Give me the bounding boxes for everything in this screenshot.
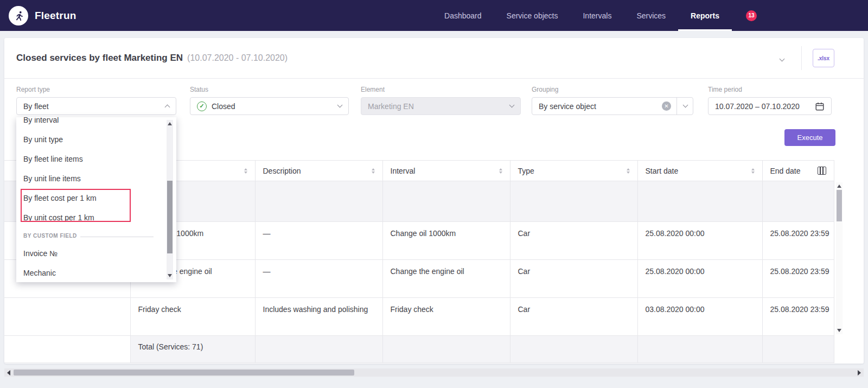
nav-item-services[interactable]: Services	[624, 0, 678, 31]
report-type-select[interactable]: By fleet	[16, 97, 176, 115]
status-value: Closed	[212, 102, 338, 111]
dropdown-item-by-fleet-line-items[interactable]: By fleet line items	[16, 149, 176, 169]
cell-end: 25.08.2020 23:59	[762, 222, 834, 260]
cell-description: Includes washing and polishing	[255, 298, 382, 336]
grouping-select[interactable]: By service object ✕	[532, 97, 693, 115]
col-type: Type	[510, 161, 637, 181]
element-label: Element	[361, 86, 521, 93]
control-divider	[676, 98, 677, 115]
cell-type: Car	[510, 222, 637, 260]
nav-item-reports[interactable]: Reports	[678, 0, 732, 31]
page-title: Closed services by fleet Marketing EN	[16, 53, 183, 63]
dropdown-item-by-unit-type[interactable]: By unit type	[16, 130, 176, 149]
time-period-value: 10.07.2020 – 07.10.2020	[715, 102, 815, 111]
cell-name: Friday check	[130, 298, 255, 336]
vertical-scroll-thumb[interactable]	[837, 190, 842, 221]
cell-description: —	[255, 260, 382, 298]
calendar-icon[interactable]	[815, 101, 825, 111]
scroll-up-icon[interactable]	[837, 185, 841, 188]
cell-end: 25.08.2020 23:59	[762, 260, 834, 298]
chevron-down-icon	[509, 103, 515, 108]
cell-description: —	[255, 222, 382, 260]
dropdown-item-by-fleet-cost-per-km[interactable]: By fleet cost per 1 km	[16, 188, 176, 208]
chevron-down-icon	[337, 103, 343, 108]
total-label: Total (Services: 71)	[130, 336, 255, 363]
filter-time-period: Time period 10.07.2020 – 07.10.2020	[708, 86, 832, 115]
header-divider	[801, 46, 802, 70]
cell-start: 25.08.2020 00:00	[637, 260, 762, 298]
horizontal-scrollbar[interactable]	[4, 368, 864, 377]
cell-end: 25.08.2020 23:59	[762, 298, 834, 336]
status-closed-icon: ✓	[197, 101, 207, 111]
sort-icon[interactable]	[372, 168, 375, 174]
brand[interactable]: Fleetrun	[0, 6, 76, 26]
chevron-up-icon	[165, 105, 170, 110]
table-total-row: Total (Services: 71)	[4, 336, 834, 363]
fleetrun-logo-icon	[9, 6, 28, 26]
time-period-input[interactable]: 10.07.2020 – 07.10.2020	[708, 97, 832, 115]
col-interval: Interval	[382, 161, 510, 181]
horizontal-scroll-thumb[interactable]	[14, 370, 354, 376]
filter-element: Element Marketing EN	[361, 86, 521, 115]
dropdown-scrollbar[interactable]	[167, 120, 173, 279]
element-select: Marketing EN	[361, 97, 521, 115]
table-row[interactable]: Friday check Includes washing and polish…	[4, 298, 834, 336]
clear-grouping-icon[interactable]: ✕	[662, 101, 671, 111]
col-description: Description	[255, 161, 382, 181]
dropdown-item-by-unit-cost-per-km[interactable]: By unit cost per 1 km	[16, 208, 176, 227]
collapse-chevron-icon[interactable]	[777, 50, 787, 66]
report-header: Closed services by fleet Marketing EN (1…	[4, 38, 864, 79]
chevron-down-icon	[683, 103, 688, 108]
scroll-left-icon[interactable]	[7, 370, 10, 376]
notification-badge[interactable]: 13	[746, 10, 757, 21]
cell-interval: Change oil 1000km	[382, 222, 510, 260]
dropdown-item-by-interval[interactable]: By interval	[16, 117, 176, 130]
sort-icon[interactable]	[244, 168, 247, 174]
cell-interval: Friday check	[382, 298, 510, 336]
filter-grouping: Grouping By service object ✕	[532, 86, 693, 115]
nav-item-service-objects[interactable]: Service objects	[494, 0, 571, 31]
dropdown-item-invoice[interactable]: Invoice №	[16, 244, 176, 263]
report-period: (10.07.2020 - 07.10.2020)	[187, 53, 288, 63]
scroll-up-icon[interactable]	[168, 122, 172, 125]
table-vertical-scrollbar[interactable]	[836, 182, 843, 334]
sort-icon[interactable]	[751, 168, 755, 174]
col-start-date: Start date	[637, 161, 762, 181]
cell-type: Car	[510, 298, 637, 336]
cell-type: Car	[510, 260, 637, 298]
element-value: Marketing EN	[368, 102, 510, 111]
header-actions: .xlsx	[777, 46, 864, 70]
execute-button[interactable]: Execute	[784, 129, 835, 146]
scroll-down-icon[interactable]	[837, 329, 841, 332]
time-period-label: Time period	[708, 86, 832, 93]
brand-name: Fleetrun	[35, 10, 76, 22]
top-navbar: Fleetrun Dashboard Service objects Inter…	[0, 0, 868, 31]
report-type-dropdown: By interval By unit type By fleet line i…	[16, 117, 176, 282]
grouping-label: Grouping	[532, 86, 693, 93]
scroll-right-icon[interactable]	[858, 370, 861, 376]
sort-icon[interactable]	[499, 168, 502, 174]
dropdown-scroll-thumb[interactable]	[167, 181, 173, 253]
cell-start: 25.08.2020 00:00	[637, 222, 762, 260]
dropdown-item-by-unit-line-items[interactable]: By unit line items	[16, 169, 176, 188]
sort-icon[interactable]	[627, 168, 630, 174]
nav-items: Dashboard Service objects Intervals Serv…	[432, 0, 868, 31]
filter-status: Status ✓ Closed	[190, 86, 349, 115]
dropdown-section-custom-field: BY CUSTOM FIELD	[16, 227, 176, 244]
report-title-wrap: Closed services by fleet Marketing EN (1…	[4, 53, 288, 63]
report-type-label: Report type	[16, 86, 176, 93]
dropdown-item-mechanic[interactable]: Mechanic	[16, 263, 176, 282]
app-root: Fleetrun Dashboard Service objects Inter…	[0, 0, 868, 388]
col-end-date: End date	[762, 161, 834, 181]
cell-start: 03.08.2020 00:00	[637, 298, 762, 336]
export-xlsx-button[interactable]: .xlsx	[813, 49, 834, 67]
report-type-value: By fleet	[23, 102, 165, 111]
status-select[interactable]: ✓ Closed	[190, 97, 349, 115]
scroll-down-icon[interactable]	[168, 274, 172, 277]
nav-item-dashboard[interactable]: Dashboard	[432, 0, 494, 31]
filter-report-type: Report type By fleet	[16, 86, 176, 115]
cell-interval: Change the engine oil	[382, 260, 510, 298]
nav-item-intervals[interactable]: Intervals	[570, 0, 624, 31]
grouping-value: By service object	[539, 102, 656, 111]
column-settings-icon[interactable]	[818, 167, 826, 175]
